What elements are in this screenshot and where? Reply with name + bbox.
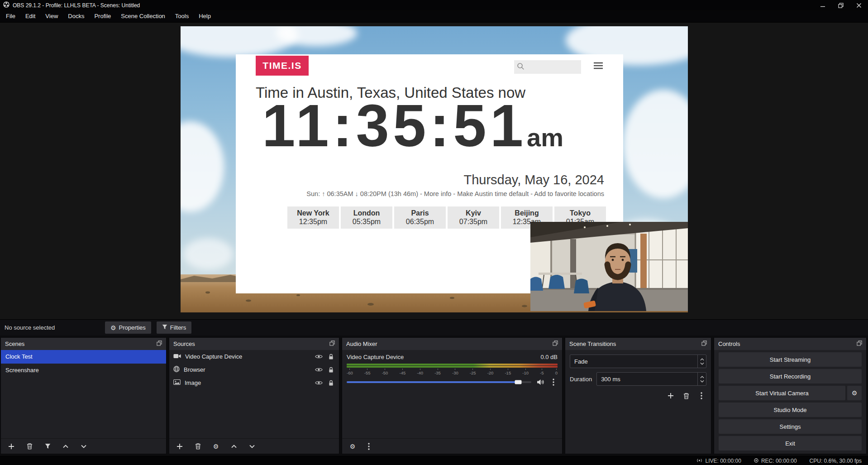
- add-scene-button[interactable]: [7, 442, 15, 451]
- menu-edit[interactable]: Edit: [20, 10, 40, 22]
- exit-button[interactable]: Exit: [719, 436, 862, 451]
- dock-title: Scene Transitions: [569, 340, 616, 347]
- start-virtual-camera-button[interactable]: Start Virtual Camera: [719, 386, 845, 400]
- window-controls: [814, 0, 868, 10]
- source-item-image[interactable]: Image: [169, 376, 339, 389]
- audio-mixer-dock-header[interactable]: Audio Mixer: [342, 338, 562, 350]
- remove-source-button[interactable]: [194, 442, 202, 451]
- title-bar: OBS 29.1.2 - Profile: LLHLS BETA - Scene…: [0, 0, 868, 10]
- dock-title: Controls: [718, 340, 740, 347]
- dock-title: Scenes: [5, 340, 24, 347]
- source-toolbar: No source selected ⚙ Properties Filters: [0, 319, 868, 336]
- controls-dock-header[interactable]: Controls: [714, 338, 866, 350]
- add-source-button[interactable]: [176, 442, 184, 451]
- menu-view[interactable]: View: [40, 10, 63, 22]
- lock-icon[interactable]: [327, 353, 335, 361]
- eye-icon[interactable]: [315, 379, 323, 387]
- audio-mixer-toolbar: ⚙: [342, 438, 562, 454]
- channel-options-button[interactable]: [549, 378, 558, 386]
- move-source-down-button[interactable]: [248, 442, 256, 451]
- scenes-toolbar: [1, 438, 166, 454]
- menu-scene-collection[interactable]: Scene Collection: [116, 10, 170, 22]
- db-scale: -60-55-50-45-40-35-30-25-20-15-10-50: [347, 369, 558, 375]
- source-properties-button[interactable]: ⚙: [212, 442, 220, 451]
- preview-area: TIME.IS Time in Austin, Texas, United St…: [0, 23, 868, 319]
- popout-icon[interactable]: [857, 340, 862, 347]
- menu-help[interactable]: Help: [194, 10, 216, 22]
- scenes-list: Clock Test Screenshare: [1, 350, 166, 438]
- source-item-video-capture[interactable]: Video Capture Device: [169, 350, 339, 363]
- source-item-browser[interactable]: Browser: [169, 363, 339, 376]
- clock-meridiem: am: [527, 123, 563, 152]
- remove-transition-button[interactable]: [682, 392, 690, 400]
- scene-item-clock-test[interactable]: Clock Test: [1, 350, 166, 364]
- popout-icon[interactable]: [553, 340, 558, 347]
- menu-file[interactable]: File: [1, 10, 20, 22]
- studio-mode-button[interactable]: Studio Mode: [719, 403, 862, 417]
- virtual-camera-settings-button[interactable]: ⚙: [847, 386, 862, 400]
- scene-filters-button[interactable]: [43, 442, 52, 451]
- audio-mixer-body: Video Capture Device 0.0 dB -60-55-50-45…: [342, 350, 562, 438]
- move-scene-up-button[interactable]: [62, 442, 70, 451]
- scenes-dock-header[interactable]: Scenes: [1, 338, 166, 350]
- menu-docks[interactable]: Docks: [63, 10, 89, 22]
- timeis-search-box: [514, 60, 581, 74]
- speaker-icon[interactable]: [536, 378, 544, 386]
- close-button[interactable]: [850, 0, 868, 10]
- remove-scene-button[interactable]: [25, 442, 33, 451]
- scene-transitions-dock-header[interactable]: Scene Transitions: [565, 338, 711, 350]
- program-canvas[interactable]: TIME.IS Time in Austin, Texas, United St…: [181, 26, 688, 312]
- audio-level-db: 0.0 dB: [540, 354, 558, 360]
- cpu-fps-status: CPU: 0.6%, 30.00 fps: [810, 458, 862, 464]
- start-streaming-button[interactable]: Start Streaming: [719, 352, 862, 367]
- source-status-text: No source selected: [5, 324, 100, 331]
- advanced-audio-button[interactable]: ⚙: [348, 442, 357, 451]
- lock-icon[interactable]: [327, 366, 335, 374]
- obs-logo-icon: [3, 1, 10, 9]
- controls-dock: Controls Start Streaming Start Recording…: [714, 337, 867, 454]
- live-status: LIVE: 00:00:00: [696, 458, 741, 464]
- volume-slider-handle[interactable]: [515, 380, 522, 384]
- popout-icon[interactable]: [701, 340, 707, 347]
- controls-body: Start Streaming Start Recording Start Vi…: [714, 350, 866, 454]
- menu-profile[interactable]: Profile: [89, 10, 116, 22]
- spinner-arrows[interactable]: [697, 373, 706, 385]
- sun-info-line: Sun: ↑ 06:35AM ↓ 08:20PM (13h 46m) - Mor…: [306, 190, 604, 197]
- scene-item-screenshare[interactable]: Screenshare: [1, 364, 166, 377]
- sources-dock-header[interactable]: Sources: [169, 338, 339, 350]
- city-time-card: London05:35pm: [341, 206, 392, 229]
- menu-tools[interactable]: Tools: [170, 10, 194, 22]
- move-scene-down-button[interactable]: [80, 442, 88, 451]
- scene-transitions-dock: Scene Transitions Fade Duration 300 ms: [565, 337, 711, 454]
- transition-select[interactable]: Fade: [570, 355, 706, 368]
- filter-icon: [162, 324, 167, 331]
- start-recording-button[interactable]: Start Recording: [719, 369, 862, 384]
- clock-display: 11:35:51am: [262, 96, 563, 156]
- add-transition-button[interactable]: [667, 392, 675, 400]
- move-source-up-button[interactable]: [230, 442, 238, 451]
- eye-icon[interactable]: [315, 366, 323, 374]
- eye-icon[interactable]: [315, 353, 323, 361]
- minimize-button[interactable]: [814, 0, 832, 10]
- city-time-card: Kyiv07:35pm: [448, 206, 499, 229]
- filters-button[interactable]: Filters: [157, 321, 191, 334]
- search-icon: [517, 62, 525, 72]
- volume-slider[interactable]: [347, 381, 531, 383]
- popout-icon[interactable]: [329, 340, 335, 347]
- transition-options-button[interactable]: [697, 392, 706, 400]
- timeis-logo: TIME.IS: [256, 56, 309, 76]
- cloud-shape: [623, 90, 688, 198]
- sources-toolbar: ⚙: [169, 438, 339, 454]
- popout-icon[interactable]: [157, 340, 162, 347]
- sources-list: Video Capture Device Browser Image: [169, 350, 339, 438]
- duration-label: Duration: [570, 376, 592, 383]
- image-icon: [173, 379, 181, 386]
- settings-button[interactable]: Settings: [719, 419, 862, 434]
- scenes-dock: Scenes Clock Test Screenshare: [0, 337, 167, 454]
- properties-button[interactable]: ⚙ Properties: [105, 321, 151, 334]
- mixer-options-button[interactable]: [365, 442, 373, 451]
- duration-spinner[interactable]: 300 ms: [596, 372, 706, 386]
- restore-button[interactable]: [832, 0, 850, 10]
- lock-icon[interactable]: [327, 379, 335, 387]
- obs-window: OBS 29.1.2 - Profile: LLHLS BETA - Scene…: [0, 0, 868, 465]
